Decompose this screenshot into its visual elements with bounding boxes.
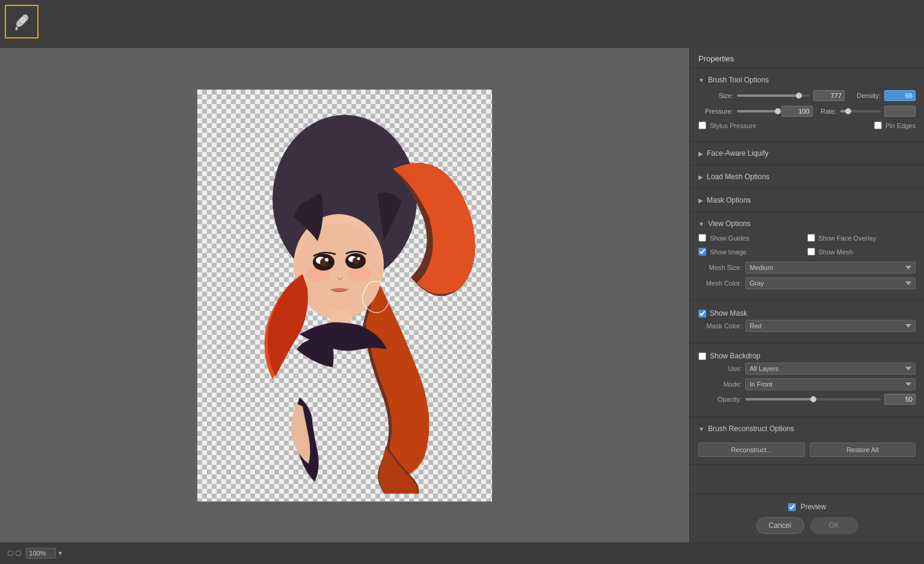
tool-icon-box[interactable] — [5, 5, 38, 38]
show-face-overlay-checkbox[interactable] — [807, 234, 815, 242]
show-mesh-label: Show Mesh — [819, 248, 853, 256]
pressure-row: Pressure: Rate: — [698, 106, 916, 117]
reconstruct-button[interactable]: Reconstruct... — [698, 443, 805, 457]
ok-button[interactable]: OK — [810, 517, 858, 534]
size-slider-fill — [737, 94, 799, 97]
properties-panel: Properties ▼ Brush Tool Options Size: De — [689, 48, 924, 542]
zoom-input[interactable] — [26, 548, 56, 559]
triangle-right-icon: ▶ — [698, 150, 703, 157]
show-image-checkbox[interactable] — [698, 248, 706, 256]
stylus-pressure-row: Stylus Pressure — [698, 121, 756, 129]
stylus-pin-row: Stylus Pressure Pin Edges — [698, 121, 916, 132]
cancel-button[interactable]: Cancel — [756, 517, 804, 534]
brush-tool-options-header[interactable]: ▼ Brush Tool Options — [690, 73, 924, 87]
page-nav-icon: ⬡ ⬡ — [7, 549, 21, 557]
canvas-area — [0, 48, 689, 542]
brush-tool-options-section: ▼ Brush Tool Options Size: Density: — [690, 69, 924, 142]
mask-color-label: Mask Color: — [698, 322, 742, 330]
view-options-header[interactable]: ▼ View Options — [690, 217, 924, 230]
opacity-input[interactable] — [884, 394, 916, 405]
show-mesh-row: Show Mesh — [807, 248, 916, 256]
mesh-color-label: Mesh Color: — [698, 280, 742, 287]
show-guides-label: Show Guides — [710, 234, 749, 242]
rate-slider[interactable] — [840, 110, 881, 112]
canvas-wrapper — [197, 90, 492, 501]
load-mesh-section: ▶ Load Mesh Options — [690, 165, 924, 189]
show-guides-checkbox[interactable] — [698, 234, 706, 242]
svg-point-13 — [357, 257, 360, 260]
liquify-brush-icon — [12, 12, 31, 31]
preview-row: Preview — [698, 503, 916, 511]
stylus-pressure-label: Stylus Pressure — [710, 122, 756, 129]
size-slider-thumb[interactable] — [796, 93, 802, 99]
mask-color-select[interactable]: Red Green Blue Gray White Black — [745, 320, 916, 332]
triangle-right-icon3: ▶ — [698, 197, 703, 204]
show-mask-row: Show Mask — [698, 309, 916, 317]
panel-spacer — [690, 465, 924, 494]
zoom-dropdown-arrow[interactable]: ▾ — [58, 549, 62, 557]
load-mesh-header[interactable]: ▶ Load Mesh Options — [690, 170, 924, 183]
pressure-slider-thumb[interactable] — [775, 108, 781, 114]
face-aware-section: ▶ Face-Aware Liquify — [690, 142, 924, 165]
brush-reconstruct-section: ▼ Brush Reconstruct Options Reconstruct.… — [690, 417, 924, 465]
backdrop-opacity-label: Opacity: — [698, 396, 742, 403]
bottom-bar: ⬡ ⬡ ▾ — [0, 542, 924, 564]
mesh-size-select[interactable]: Medium Small Large — [745, 262, 916, 274]
mask-options-header[interactable]: ▶ Mask Options — [690, 194, 924, 207]
size-slider[interactable] — [737, 94, 810, 97]
opacity-slider-fill — [745, 398, 813, 400]
load-mesh-label: Load Mesh Options — [707, 173, 769, 181]
view-options-section: ▼ View Options Show Guides Show Face Ove… — [690, 212, 924, 301]
face-aware-label: Face-Aware Liquify — [707, 149, 769, 158]
rate-slider-thumb[interactable] — [845, 108, 851, 114]
rate-input[interactable] — [884, 106, 916, 117]
brush-tool-options-content: Size: Density: Pressure: — [690, 87, 924, 136]
opacity-slider-thumb[interactable] — [810, 396, 816, 402]
show-mask-label: Show Mask — [710, 309, 747, 317]
size-input[interactable] — [813, 90, 845, 101]
triangle-down-icon: ▼ — [698, 77, 704, 84]
rate-label: Rate: — [816, 108, 837, 115]
backdrop-opacity-row: Opacity: — [698, 394, 916, 405]
pressure-slider[interactable] — [737, 110, 778, 112]
pin-edges-checkbox[interactable] — [874, 121, 882, 129]
mesh-size-label: Mesh Size: — [698, 264, 742, 271]
show-mask-section: Show Mask Mask Color: Red Green Blue Gra… — [690, 301, 924, 343]
show-face-overlay-label: Show Face Overlay — [819, 234, 876, 242]
show-backdrop-section: Show Backdrop Use: All Layers Layer 0 Mo… — [690, 343, 924, 417]
size-label: Size: — [698, 92, 733, 99]
backdrop-use-select[interactable]: All Layers Layer 0 — [745, 363, 916, 375]
show-backdrop-label: Show Backdrop — [710, 352, 760, 360]
rate-slider-fill — [840, 110, 849, 112]
show-mask-checkbox[interactable] — [698, 310, 706, 317]
mask-options-label: Mask Options — [707, 196, 751, 204]
stylus-pressure-checkbox[interactable] — [698, 121, 706, 129]
opacity-slider[interactable] — [745, 398, 881, 400]
show-mask-content: Show Mask Mask Color: Red Green Blue Gra… — [690, 305, 924, 338]
brush-tool-options-label: Brush Tool Options — [708, 76, 769, 84]
preview-label: Preview — [801, 503, 827, 511]
pressure-input[interactable] — [781, 106, 813, 117]
triangle-right-icon2: ▶ — [698, 174, 703, 180]
zoom-display: ▾ — [26, 548, 62, 559]
triangle-down-icon3: ▼ — [698, 426, 704, 432]
face-aware-header[interactable]: ▶ Face-Aware Liquify — [690, 147, 924, 160]
view-options-grid: Show Guides Show Face Overlay Show Image… — [698, 234, 916, 258]
show-mesh-checkbox[interactable] — [807, 248, 815, 256]
brush-reconstruct-label: Brush Reconstruct Options — [708, 425, 794, 433]
panel-footer: Preview Cancel OK — [690, 494, 924, 542]
preview-checkbox[interactable] — [788, 503, 796, 511]
brush-reconstruct-header[interactable]: ▼ Brush Reconstruct Options — [690, 422, 924, 435]
restore-all-button[interactable]: Restore All — [810, 443, 916, 457]
mesh-color-select[interactable]: Gray Red Green Blue White Black — [745, 277, 916, 289]
backdrop-use-row: Use: All Layers Layer 0 — [698, 363, 916, 375]
svg-point-5 — [348, 267, 372, 281]
show-image-label: Show Image — [710, 248, 747, 256]
density-input[interactable] — [884, 90, 916, 101]
mesh-color-row: Mesh Color: Gray Red Green Blue White Bl… — [698, 277, 916, 289]
backdrop-mode-label: Mode: — [698, 381, 742, 388]
backdrop-mode-select[interactable]: In Front Behind Blend — [745, 378, 916, 390]
show-backdrop-checkbox[interactable] — [698, 352, 706, 360]
triangle-down-icon2: ▼ — [698, 221, 704, 227]
show-guides-row: Show Guides — [698, 234, 807, 242]
